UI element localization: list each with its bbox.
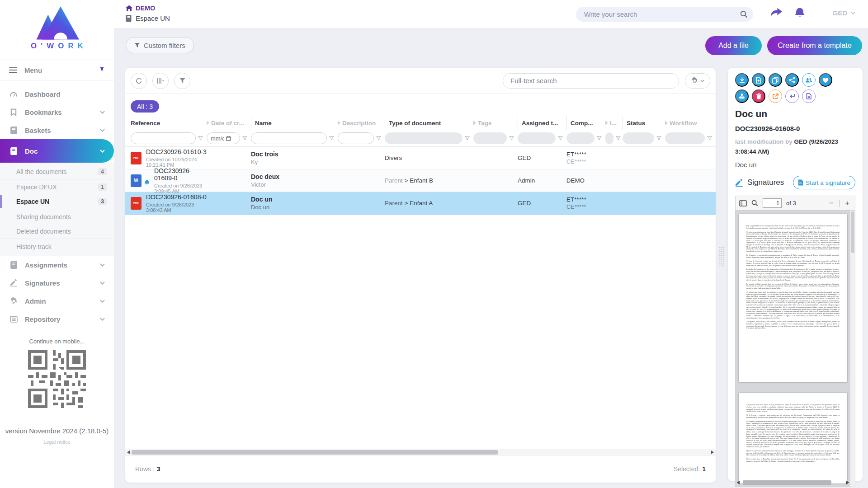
- zoom-in-icon[interactable]: +: [843, 199, 851, 207]
- filter-status[interactable]: [623, 132, 654, 144]
- column-header-workflow[interactable]: Workflow: [665, 116, 716, 130]
- filter-reference[interactable]: [131, 132, 196, 144]
- funnel-icon[interactable]: [597, 136, 602, 141]
- subnav-espace-deux[interactable]: Espace DEUX 1: [0, 179, 114, 194]
- sidebar-item-repository[interactable]: Repository: [0, 310, 114, 328]
- filter-workflow[interactable]: [665, 132, 705, 144]
- filter-name[interactable]: [251, 132, 327, 144]
- filter-date-input[interactable]: [211, 135, 224, 142]
- funnel-icon[interactable]: [465, 136, 470, 141]
- subnav-deleted-documents[interactable]: Deleted documents: [0, 224, 114, 239]
- funnel-icon[interactable]: [329, 136, 334, 141]
- funnel-icon[interactable]: [707, 136, 712, 141]
- users-button[interactable]: [802, 73, 816, 87]
- column-header-assigned[interactable]: Assigned t...: [518, 116, 566, 130]
- scroll-left-arrow[interactable]: [127, 450, 130, 454]
- filter-type[interactable]: [385, 132, 462, 144]
- refresh-button[interactable]: [131, 73, 147, 89]
- share-nodes-button[interactable]: [785, 73, 799, 87]
- return-button[interactable]: [785, 89, 799, 103]
- subnav-espace-un[interactable]: Espace UN 3: [0, 194, 114, 209]
- column-header-tags[interactable]: Tags: [473, 116, 518, 130]
- funnel-icon[interactable]: [376, 136, 381, 141]
- sidebar-item-admin[interactable]: Admin: [0, 292, 114, 310]
- scroll-right-arrow[interactable]: [711, 450, 714, 454]
- pdf-pages[interactable]: Il y a aujourd'hui trois cent quarante-h…: [736, 211, 850, 487]
- external-link-button[interactable]: [769, 89, 782, 103]
- pdf-search-icon[interactable]: [751, 200, 758, 206]
- funnel-icon[interactable]: [509, 136, 514, 141]
- filter-i[interactable]: [605, 132, 613, 144]
- bell-icon[interactable]: [794, 7, 805, 19]
- add-file-button[interactable]: Add a file: [705, 36, 762, 55]
- sidebar-item-baskets[interactable]: Baskets: [0, 121, 114, 139]
- horizontal-scrollbar[interactable]: [125, 449, 716, 455]
- table-row-selected[interactable]: PDF DOC230926-01608-0 Created on 9/26/20…: [125, 192, 716, 215]
- create-from-template-button[interactable]: Create from a template: [767, 36, 862, 55]
- filter-name-input[interactable]: [255, 135, 323, 142]
- favorite-heart-button[interactable]: [819, 73, 832, 87]
- global-search-input[interactable]: [584, 10, 740, 18]
- search-icon[interactable]: [740, 10, 748, 18]
- scroll-right-arrow[interactable]: [846, 481, 849, 484]
- filter-tags[interactable]: [473, 132, 507, 144]
- sidebar-item-assignments[interactable]: Assignments: [0, 256, 114, 274]
- sidebar-item-doc[interactable]: Doc: [0, 139, 114, 163]
- column-header-name[interactable]: Name: [251, 116, 338, 130]
- filter-description[interactable]: [338, 132, 374, 144]
- funnel-icon[interactable]: [242, 136, 247, 141]
- scrollbar-thumb[interactable]: [132, 450, 498, 455]
- page-number-input[interactable]: [763, 198, 782, 208]
- fulltext-search[interactable]: [503, 73, 679, 89]
- file-upload-button[interactable]: [752, 73, 765, 87]
- document-button[interactable]: [802, 89, 816, 103]
- panel-resize-handle[interactable]: [719, 246, 725, 267]
- pin-icon[interactable]: [99, 67, 105, 73]
- column-header-company[interactable]: Comp...: [566, 116, 605, 130]
- start-signature-button[interactable]: Start a signature: [793, 176, 855, 189]
- filter-assigned[interactable]: [518, 132, 556, 144]
- sidebar-item-bookmarks[interactable]: Bookmarks: [0, 103, 114, 121]
- funnel-icon[interactable]: [198, 136, 203, 141]
- column-header-reference[interactable]: Reference: [131, 116, 207, 130]
- subnav-all-documents[interactable]: All the documents 4: [0, 164, 114, 179]
- sidebar-toggle-icon[interactable]: [739, 200, 747, 206]
- filter-description-input[interactable]: [342, 135, 370, 142]
- funnel-icon[interactable]: [616, 136, 621, 141]
- column-header-status[interactable]: Status: [623, 116, 665, 130]
- filter-reference-input[interactable]: [135, 135, 192, 142]
- fulltext-search-input[interactable]: [510, 77, 671, 84]
- subnav-sharing-documents[interactable]: Sharing documents: [0, 209, 114, 224]
- stamp-button[interactable]: [735, 89, 749, 103]
- scroll-left-arrow[interactable]: [737, 481, 740, 484]
- subnav-history-track[interactable]: History track: [0, 239, 114, 254]
- sidebar-menu-toggle[interactable]: Menu: [0, 60, 114, 80]
- column-header-description[interactable]: Description: [338, 116, 385, 130]
- custom-filters-button[interactable]: Custom filters: [126, 37, 194, 53]
- column-header-type[interactable]: Type of document: [385, 116, 473, 130]
- column-header-i[interactable]: I...: [605, 116, 623, 130]
- scrollbar-thumb[interactable]: [851, 211, 854, 253]
- filter-button[interactable]: [174, 73, 190, 89]
- user-menu[interactable]: GED: [832, 9, 855, 17]
- table-row[interactable]: W DOC230926-01609-0 Created on 9/26/2023…: [125, 169, 716, 192]
- filter-date[interactable]: [207, 132, 240, 144]
- scrollbar-thumb[interactable]: [743, 480, 831, 485]
- breadcrumb-current[interactable]: Espace UN: [126, 14, 170, 22]
- share-icon[interactable]: [770, 7, 782, 18]
- tab-all-count[interactable]: All : 3: [131, 100, 159, 113]
- download-button[interactable]: [735, 73, 749, 87]
- funnel-icon[interactable]: [656, 136, 661, 141]
- pdf-vertical-scrollbar[interactable]: [850, 211, 855, 487]
- columns-button[interactable]: [152, 73, 169, 89]
- calendar-icon[interactable]: [226, 136, 231, 141]
- column-header-date[interactable]: Date of cr...: [207, 116, 251, 130]
- table-row[interactable]: PDF DOC230926-01610-3 Created on 10/29/2…: [125, 147, 716, 169]
- copy-button[interactable]: [769, 73, 782, 87]
- funnel-icon[interactable]: [558, 136, 563, 141]
- legal-notice-link[interactable]: Legal notice: [0, 439, 114, 445]
- delete-button[interactable]: [752, 89, 765, 103]
- filter-company[interactable]: [566, 132, 594, 144]
- breadcrumb-root[interactable]: DEMO: [126, 5, 170, 12]
- global-search[interactable]: [576, 7, 753, 22]
